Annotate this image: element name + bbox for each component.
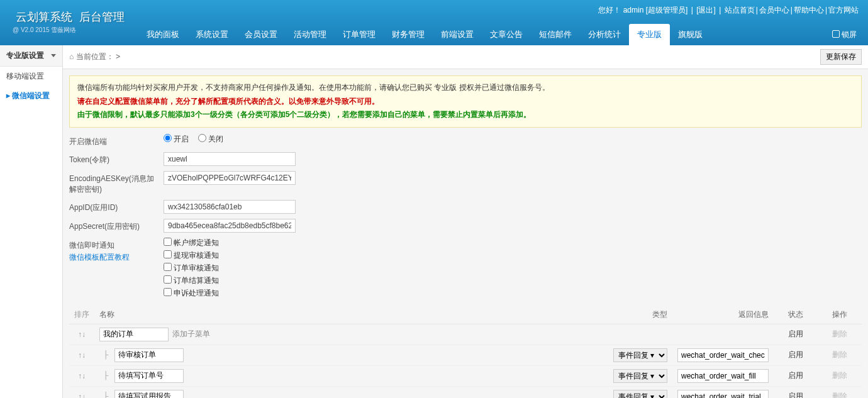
status-cell[interactable]: 启用 xyxy=(774,345,818,365)
sort-handle[interactable]: ↑↓ xyxy=(69,386,94,398)
top-link[interactable]: 会员中心 xyxy=(759,6,789,14)
delete-button[interactable]: 删除 xyxy=(832,371,847,380)
col-retmsg: 返回信息 xyxy=(672,306,774,324)
status-cell[interactable]: 启用 xyxy=(774,324,818,345)
user-name: admin xyxy=(623,6,644,14)
notify-checkbox[interactable]: 申诉处理通知 xyxy=(164,288,854,299)
retmsg-input[interactable] xyxy=(677,369,769,383)
enable-off-radio[interactable]: 关闭 xyxy=(198,135,223,143)
table-row: ↑↓├事件回复 ▾启用删除 xyxy=(69,365,862,386)
logo-title: 云划算系统 xyxy=(16,11,72,23)
lock-screen-button[interactable]: 锁屏 xyxy=(832,30,857,40)
nav-item[interactable]: 分析统计 xyxy=(580,24,629,45)
type-select[interactable]: 事件回复 ▾ xyxy=(613,390,667,398)
appid-label: AppID(应用ID) xyxy=(69,200,164,213)
logout-link[interactable]: [退出] xyxy=(696,6,716,14)
retmsg-input[interactable] xyxy=(677,348,769,362)
table-row: ↑↓├事件回复 ▾启用删除 xyxy=(69,386,862,398)
top-link[interactable]: 官方网站 xyxy=(828,6,859,14)
nav-item[interactable]: 财务管理 xyxy=(384,24,433,45)
notify-label: 微信即时通知 微信模板配置教程 xyxy=(69,238,164,263)
table-row: ↑↓├事件回复 ▾启用删除 xyxy=(69,345,862,365)
template-config-link[interactable]: 微信模板配置教程 xyxy=(69,252,159,263)
notice-box: 微信端所有功能均针对买家用户开发，不支持商家用户任何操作及通知。在使用本功能前，… xyxy=(69,75,862,128)
nav-item[interactable]: 文章公告 xyxy=(482,24,531,45)
role-link[interactable]: [超级管理员] xyxy=(646,6,688,14)
appid-input[interactable] xyxy=(164,200,296,214)
delete-button[interactable]: 删除 xyxy=(832,350,847,359)
col-ops: 操作 xyxy=(818,306,862,324)
status-cell[interactable]: 启用 xyxy=(774,365,818,386)
nav-item[interactable]: 前端设置 xyxy=(433,24,482,45)
breadcrumb: 当前位置： > 更新保存 xyxy=(63,45,868,69)
sidebar-item[interactable]: 微信端设置 xyxy=(0,86,62,106)
menu-name-input[interactable] xyxy=(99,328,169,341)
notice-line3: 由于微信限制，默认最多只能添加3个一级分类（各分类可添加5个二级分类），若您需要… xyxy=(77,108,854,122)
appsecret-input[interactable] xyxy=(164,219,296,233)
logo-version: @ V2.0 2015 雪薇网络 xyxy=(13,26,125,35)
status-cell[interactable]: 启用 xyxy=(774,386,818,398)
enable-label: 开启微信端 xyxy=(69,134,164,147)
token-label: Token(令牌) xyxy=(69,152,164,165)
enable-on-radio[interactable]: 开启 xyxy=(164,135,189,143)
main-nav: 我的面板系统设置会员设置活动管理订单管理财务管理前端设置文章公告短信邮件分析统计… xyxy=(138,24,711,45)
notice-line1: 微信端所有功能均针对买家用户开发，不支持商家用户任何操作及通知。在使用本功能前，… xyxy=(77,81,854,95)
nav-item[interactable]: 我的面板 xyxy=(138,24,187,45)
appsecret-label: AppSecret(应用密钥) xyxy=(69,219,164,232)
nav-item[interactable]: 会员设置 xyxy=(236,24,286,45)
add-submenu-link[interactable]: 添加子菜单 xyxy=(172,329,210,338)
app-header: 云划算系统 后台管理 @ V2.0 2015 雪薇网络 您好！ admin [超… xyxy=(0,0,868,45)
aeskey-input[interactable] xyxy=(164,171,296,185)
col-type: 类型 xyxy=(608,306,672,324)
type-select[interactable]: 事件回复 ▾ xyxy=(613,348,667,362)
save-button[interactable]: 更新保存 xyxy=(820,49,862,65)
type-select[interactable]: 事件回复 ▾ xyxy=(613,369,667,383)
nav-item[interactable]: 系统设置 xyxy=(187,24,236,45)
col-name: 名称 xyxy=(94,306,608,324)
sidebar-title[interactable]: 专业版设置 xyxy=(0,45,62,67)
nav-item[interactable]: 活动管理 xyxy=(286,24,335,45)
top-links: 您好！ admin [超级管理员] | [退出] | 站点首页|会员中心|帮助中… xyxy=(598,5,859,16)
nav-item[interactable]: 旗舰版 xyxy=(670,24,711,45)
notify-checkbox[interactable]: 帐户绑定通知 xyxy=(164,238,854,248)
notify-checkbox[interactable]: 订单结算通知 xyxy=(164,275,854,286)
token-input[interactable] xyxy=(164,152,296,166)
notify-checkbox[interactable]: 订单审核通知 xyxy=(164,263,854,274)
menu-table: 排序 名称 类型 返回信息 状态 操作 ↑↓添加子菜单启用删除↑↓├事件回复 ▾… xyxy=(69,306,862,398)
notice-line2: 请在自定义配置微信菜单前，充分了解所配置项所代表的含义。以免带来意外导致不可用。 xyxy=(77,95,854,109)
sidebar: 专业版设置 移动端设置微信端设置 xyxy=(0,45,63,398)
logo-subtitle: 后台管理 xyxy=(79,11,125,23)
sort-handle[interactable]: ↑↓ xyxy=(69,324,94,345)
logo: 云划算系统 后台管理 @ V2.0 2015 雪薇网络 xyxy=(13,9,125,35)
col-sort: 排序 xyxy=(69,306,94,324)
aeskey-label: EncodingAESKey(消息加解密密钥) xyxy=(69,171,164,195)
crumb-path: > xyxy=(116,52,120,61)
delete-button[interactable]: 删除 xyxy=(832,392,847,398)
nav-item[interactable]: 专业版 xyxy=(629,24,670,45)
sort-handle[interactable]: ↑↓ xyxy=(69,365,94,386)
menu-name-input[interactable] xyxy=(114,348,184,362)
sidebar-item[interactable]: 移动端设置 xyxy=(0,67,62,86)
notify-checkbox[interactable]: 提现审核通知 xyxy=(164,250,854,261)
menu-name-input[interactable] xyxy=(114,369,184,383)
crumb-label: 当前位置： xyxy=(76,52,114,61)
sort-handle[interactable]: ↑↓ xyxy=(69,345,94,365)
col-status: 状态 xyxy=(774,306,818,324)
nav-item[interactable]: 短信邮件 xyxy=(531,24,580,45)
top-link[interactable]: 帮助中心 xyxy=(794,6,824,14)
nav-item[interactable]: 订单管理 xyxy=(335,24,384,45)
top-link[interactable]: 站点首页 xyxy=(725,6,755,14)
retmsg-input[interactable] xyxy=(677,390,769,398)
greet-text: 您好！ xyxy=(598,6,621,14)
menu-name-input[interactable] xyxy=(114,390,184,398)
main-content: 当前位置： > 更新保存 微信端所有功能均针对买家用户开发，不支持商家用户任何操… xyxy=(63,45,868,398)
table-row: ↑↓添加子菜单启用删除 xyxy=(69,324,862,345)
delete-button[interactable]: 删除 xyxy=(832,329,847,338)
